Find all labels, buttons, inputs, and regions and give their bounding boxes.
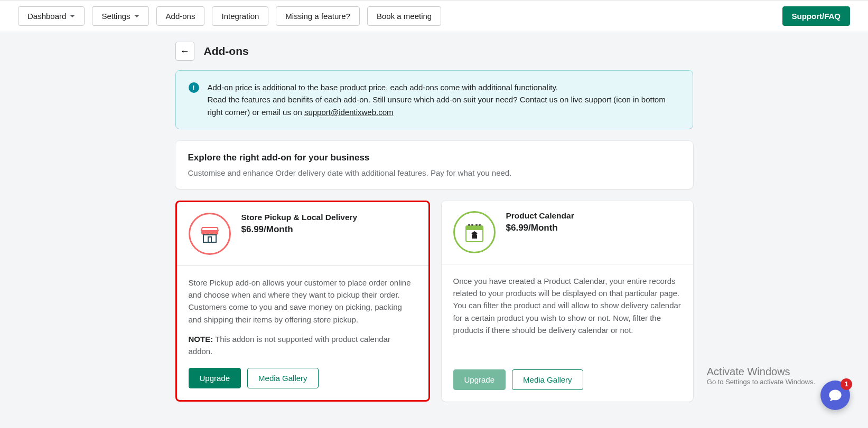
addon-footer: Upgrade Media Gallery [177,368,428,400]
chat-notification-badge: 1 [841,378,852,390]
intro-title: Explore the right add-on for your busine… [188,153,680,163]
addon-header: Product Calendar $6.99/Month [442,201,693,264]
addon-note: NOTE: This addon is not supported with p… [189,333,417,358]
page-title: Add-ons [204,45,249,58]
chevron-down-icon [70,15,75,17]
svg-rect-1 [208,237,211,242]
chat-icon [828,388,843,403]
addon-body: Once you have created a Product Calendar… [442,264,693,370]
addon-cards-row: Store Pickup & Local Delivery $6.99/Mont… [175,201,693,402]
nav-dashboard-label: Dashboard [27,12,66,21]
svg-rect-3 [466,226,483,230]
addon-name: Store Pickup & Local Delivery [241,213,358,222]
svg-point-4 [468,224,470,226]
page-header: ← Add-ons [175,42,693,61]
windows-activation-watermark: Activate Windows Go to Settings to activ… [707,366,815,386]
addon-body: Store Pickup add-on allows your customer… [177,266,428,368]
shop-icon [189,213,231,255]
nav-book-label: Book a meeting [377,12,432,21]
intro-card: Explore the right add-on for your busine… [175,141,693,189]
addon-price: $6.99/Month [506,223,574,233]
addon-card-product-calendar: Product Calendar $6.99/Month Once you ha… [442,201,693,402]
addon-header: Store Pickup & Local Delivery $6.99/Mont… [177,202,428,266]
banner-text: Add-on price is additional to the base p… [208,81,680,118]
info-banner: ! Add-on price is additional to the base… [175,70,693,129]
nav-dashboard[interactable]: Dashboard [18,6,85,26]
addon-name: Product Calendar [506,211,574,221]
support-email-link[interactable]: support@identixweb.com [304,108,394,117]
nav-settings[interactable]: Settings [92,6,148,26]
svg-point-5 [471,224,473,226]
svg-point-7 [479,224,481,226]
nav-missing-label: Missing a feature? [285,12,350,21]
info-icon: ! [189,82,199,93]
banner-line1: Add-on price is additional to the base p… [208,83,558,92]
chevron-down-icon [134,15,139,17]
nav-missing-feature[interactable]: Missing a feature? [276,6,360,26]
nav-settings-label: Settings [101,12,130,21]
addon-description: Store Pickup add-on allows your customer… [189,277,417,326]
addon-titles: Store Pickup & Local Delivery $6.99/Mont… [241,213,358,235]
upgrade-button[interactable]: Upgrade [453,369,506,390]
main-container: ← Add-ons ! Add-on price is additional t… [175,42,693,402]
calendar-icon [453,211,496,253]
addon-footer: Upgrade Media Gallery [442,369,693,402]
chat-support-button[interactable]: 1 [820,381,850,410]
media-gallery-button[interactable]: Media Gallery [247,368,319,388]
note-label: NOTE: [189,335,213,344]
svg-point-6 [475,224,478,226]
addon-price: $6.99/Month [241,224,358,235]
banner-line2: Read the features and benifits of each a… [208,95,666,116]
addon-titles: Product Calendar $6.99/Month [506,211,574,233]
arrow-left-icon: ← [180,46,190,57]
nav-book-meeting[interactable]: Book a meeting [367,6,441,26]
nav-addons[interactable]: Add-ons [156,6,205,26]
back-button[interactable]: ← [175,42,194,61]
nav-integration-label: Integration [221,12,259,21]
watermark-title: Activate Windows [707,366,815,378]
nav-integration[interactable]: Integration [212,6,268,26]
note-text: This addon is not supported with product… [189,335,390,356]
watermark-subtitle: Go to Settings to activate Windows. [707,378,815,386]
nav-support-label: Support/FAQ [792,12,841,21]
media-gallery-button[interactable]: Media Gallery [512,369,583,390]
addon-card-store-pickup: Store Pickup & Local Delivery $6.99/Mont… [175,201,430,402]
nav-addons-label: Add-ons [166,12,195,21]
nav-support-faq[interactable]: Support/FAQ [782,6,851,26]
top-navigation: Dashboard Settings Add-ons Integration M… [0,0,868,32]
addon-description: Once you have created a Product Calendar… [453,275,682,336]
intro-subtitle: Customise and enhance Order delivery dat… [188,168,680,177]
upgrade-button[interactable]: Upgrade [189,368,241,388]
